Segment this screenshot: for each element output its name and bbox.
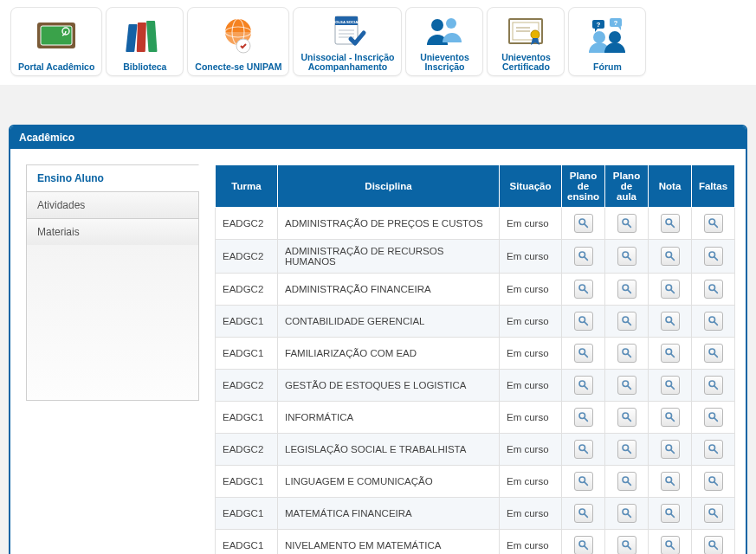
cell-nota	[649, 208, 692, 240]
nota-button[interactable]	[661, 376, 680, 395]
nota-button[interactable]	[661, 536, 680, 554]
table-row: EADGC2ADMINISTRAÇÃO DE PREÇOS E CUSTOSEm…	[216, 208, 735, 240]
plano-ensino-button[interactable]	[574, 376, 593, 395]
nota-button[interactable]	[661, 344, 680, 363]
plano-aula-button[interactable]	[617, 472, 636, 491]
cell-plano-aula	[605, 402, 649, 434]
cell-disciplina: ADMINISTRAÇÃO FINANCEIRA	[278, 274, 500, 306]
magnifier-icon	[578, 539, 589, 552]
nota-button[interactable]	[661, 214, 680, 233]
nota-button[interactable]	[661, 280, 680, 299]
faltas-button[interactable]	[704, 472, 723, 491]
plano-ensino-button[interactable]	[574, 247, 593, 266]
faltas-button[interactable]	[704, 504, 723, 523]
faltas-button[interactable]	[704, 280, 723, 299]
cell-faltas	[692, 402, 735, 434]
sidetab-atividades[interactable]: Atividades	[26, 191, 199, 218]
magnifier-icon	[621, 347, 632, 360]
cell-plano-ensino	[562, 274, 605, 306]
magnifier-icon	[708, 379, 719, 392]
svg-line-69	[714, 354, 717, 357]
cell-situacao: Em curso	[500, 338, 562, 370]
cell-disciplina: NIVELAMENTO EM MATEMÁTICA	[278, 530, 500, 555]
svg-line-89	[628, 450, 630, 453]
nota-button[interactable]	[661, 408, 680, 427]
plano-ensino-button[interactable]	[574, 536, 593, 554]
faltas-button[interactable]	[704, 376, 723, 395]
svg-line-59	[671, 322, 674, 325]
topnav-biblioteca[interactable]: Biblioteca	[106, 7, 184, 76]
forum-icon: ? ?	[585, 13, 630, 61]
svg-point-25	[609, 31, 621, 43]
nota-button[interactable]	[661, 504, 680, 523]
sidetab-ensino-aluno[interactable]: Ensino Aluno	[26, 164, 199, 191]
topnav-unieventos-certificado[interactable]: Unieventos Certificado	[487, 7, 565, 76]
faltas-button[interactable]	[704, 214, 723, 233]
faltas-button[interactable]	[704, 440, 723, 459]
faltas-button[interactable]	[704, 536, 723, 554]
svg-point-23	[531, 30, 540, 39]
sidetab-materiais[interactable]: Materiais	[26, 218, 199, 245]
plano-ensino-button[interactable]	[574, 504, 593, 523]
faltas-button[interactable]	[704, 408, 723, 427]
plano-ensino-button[interactable]	[574, 408, 593, 427]
topnav-forum[interactable]: ? ? Fórum	[568, 7, 646, 76]
plano-aula-button[interactable]	[617, 344, 636, 363]
svg-line-83	[671, 418, 674, 421]
cell-turma: EADGC1	[216, 530, 278, 555]
svg-line-111	[585, 546, 587, 549]
faltas-button[interactable]	[704, 312, 723, 331]
magnifier-icon	[621, 283, 632, 296]
cell-nota	[649, 466, 692, 498]
table-row: EADGC1NIVELAMENTO EM MATEMÁTICAEm curso	[216, 530, 735, 555]
plano-aula-button[interactable]	[617, 312, 636, 331]
cell-turma: EADGC2	[216, 240, 278, 274]
svg-line-107	[671, 514, 674, 517]
cell-faltas	[692, 466, 735, 498]
cell-plano-aula	[605, 498, 649, 530]
faltas-button[interactable]	[704, 247, 723, 266]
plano-aula-button[interactable]	[617, 280, 636, 299]
faltas-button[interactable]	[704, 344, 723, 363]
cell-situacao: Em curso	[500, 402, 562, 434]
plano-aula-button[interactable]	[617, 408, 636, 427]
svg-line-63	[585, 354, 587, 357]
cell-nota	[649, 434, 692, 466]
magnifier-icon	[708, 283, 719, 296]
top-nav: Portal Acadêmico Biblioteca	[0, 0, 756, 85]
cell-turma: EADGC1	[216, 466, 278, 498]
plano-aula-button[interactable]	[617, 214, 636, 233]
magnifier-icon	[708, 539, 719, 552]
plano-aula-button[interactable]	[617, 504, 636, 523]
plano-ensino-button[interactable]	[574, 312, 593, 331]
cell-turma: EADGC1	[216, 498, 278, 530]
nota-button[interactable]	[661, 440, 680, 459]
plano-aula-button[interactable]	[617, 440, 636, 459]
plano-aula-button[interactable]	[617, 536, 636, 554]
magnifier-icon	[664, 217, 675, 230]
cell-situacao: Em curso	[500, 434, 562, 466]
nota-button[interactable]	[661, 312, 680, 331]
plano-aula-button[interactable]	[617, 376, 636, 395]
topnav-conecte-se[interactable]: Conecte-se UNIPAM	[187, 7, 289, 76]
plano-ensino-button[interactable]	[574, 214, 593, 233]
topnav-unissocial[interactable]: BOLSA SOCIAL Unissocial - Inscrição Acom…	[293, 7, 402, 76]
magnifier-icon	[621, 411, 632, 424]
plano-ensino-button[interactable]	[574, 472, 593, 491]
side-tabs: Ensino Aluno Atividades Materiais	[26, 164, 199, 554]
svg-line-57	[628, 322, 630, 325]
nota-button[interactable]	[661, 247, 680, 266]
topnav-unieventos-inscricao[interactable]: Unieventos Inscrição	[405, 7, 483, 76]
nota-button[interactable]	[661, 472, 680, 491]
plano-ensino-button[interactable]	[574, 440, 593, 459]
plano-aula-button[interactable]	[617, 247, 636, 266]
cell-faltas	[692, 338, 735, 370]
plano-ensino-button[interactable]	[574, 344, 593, 363]
svg-point-18	[446, 18, 456, 29]
plano-ensino-button[interactable]	[574, 280, 593, 299]
cell-faltas	[692, 370, 735, 402]
cell-disciplina: INFORMÁTICA	[278, 402, 500, 434]
cell-disciplina: ADMINISTRAÇÃO DE RECURSOS HUMANOS	[278, 240, 500, 274]
topnav-portal-academico[interactable]: Portal Acadêmico	[10, 7, 102, 76]
cell-disciplina: GESTÃO DE ESTOQUES E LOGISTICA	[278, 370, 500, 402]
